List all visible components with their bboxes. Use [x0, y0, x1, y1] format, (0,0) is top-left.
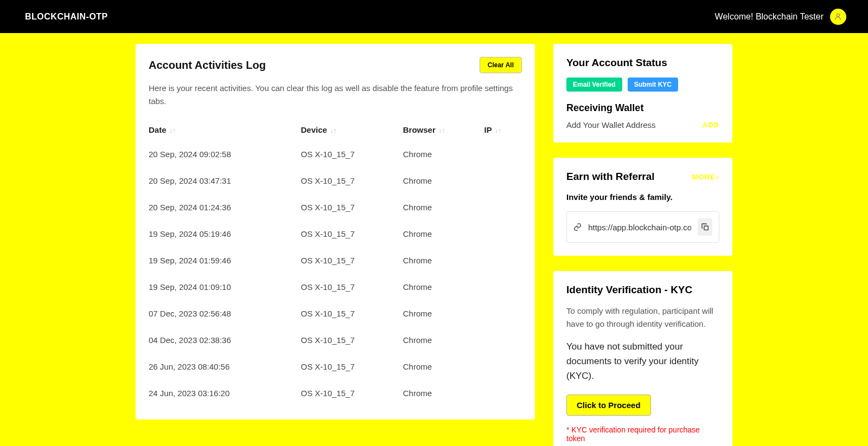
kyc-description: To comply with regulation, participant w… [566, 305, 719, 331]
user-area: Welcome! Blockchain Tester [715, 9, 846, 25]
account-status-card: Your Account Status Email Verified Submi… [553, 44, 732, 143]
cell-browser: Chrome [403, 194, 484, 221]
cell-device: OS X-10_15_7 [301, 141, 403, 167]
cell-browser: Chrome [403, 167, 484, 194]
cell-device: OS X-10_15_7 [301, 380, 403, 406]
more-label: MORE [692, 173, 716, 181]
svg-point-0 [837, 14, 839, 16]
activities-table: Date ↓↑ Device ↓↑ Browser ↓↑ IP ↓↑ 20 Se… [149, 119, 522, 406]
user-icon [834, 12, 843, 21]
submit-kyc-badge[interactable]: Submit KYC [628, 77, 678, 92]
cell-device: OS X-10_15_7 [301, 353, 403, 380]
cell-device: OS X-10_15_7 [301, 167, 403, 194]
kyc-title: Identity Verification - KYC [566, 284, 719, 296]
referral-url-field [566, 211, 719, 243]
account-status-title: Your Account Status [566, 57, 719, 69]
cell-date: 07 Dec, 2023 02:56:48 [149, 300, 301, 327]
cell-device: OS X-10_15_7 [301, 300, 403, 327]
invite-text: Invite your friends & family. [566, 192, 719, 202]
table-row: 07 Dec, 2023 02:56:48OS X-10_15_7Chrome [149, 300, 522, 327]
receiving-wallet-title: Receiving Wallet [566, 102, 719, 114]
cell-date: 19 Sep, 2024 01:09:10 [149, 274, 301, 300]
cell-browser: Chrome [403, 247, 484, 274]
kyc-status-text: You have not submitted your documents to… [566, 339, 719, 384]
more-link[interactable]: MORE › [692, 173, 719, 181]
sort-icon: ↓↑ [168, 127, 176, 134]
sort-icon: ↓↑ [328, 127, 336, 134]
cell-device: OS X-10_15_7 [301, 221, 403, 247]
activities-card: Account Activities Log Clear All Here is… [136, 44, 535, 419]
cell-device: OS X-10_15_7 [301, 247, 403, 274]
table-row: 19 Sep, 2024 05:19:46OS X-10_15_7Chrome [149, 221, 522, 247]
col-browser[interactable]: Browser ↓↑ [403, 119, 484, 141]
referral-title: Earn with Referral [566, 171, 655, 183]
cell-ip [484, 353, 522, 380]
cell-ip [484, 194, 522, 221]
cell-device: OS X-10_15_7 [301, 327, 403, 353]
top-navbar: BLOCKCHAIN-OTP Welcome! Blockchain Teste… [0, 0, 868, 33]
kyc-note: * KYC verification required for purchase… [566, 425, 719, 443]
welcome-text: Welcome! Blockchain Tester [715, 12, 824, 22]
kyc-card: Identity Verification - KYC To comply wi… [553, 271, 732, 446]
activities-title: Account Activities Log [149, 59, 266, 72]
cell-ip [484, 380, 522, 406]
cell-browser: Chrome [403, 327, 484, 353]
referral-card: Earn with Referral MORE › Invite your fr… [553, 158, 732, 256]
chevron-right-icon: › [717, 173, 719, 181]
table-row: 20 Sep, 2024 01:24:36OS X-10_15_7Chrome [149, 194, 522, 221]
cell-device: OS X-10_15_7 [301, 194, 403, 221]
cell-ip [484, 247, 522, 274]
cell-ip [484, 221, 522, 247]
table-row: 04 Dec, 2023 02:38:36OS X-10_15_7Chrome [149, 327, 522, 353]
cell-browser: Chrome [403, 300, 484, 327]
add-wallet-link[interactable]: ADD [703, 121, 719, 129]
cell-ip [484, 141, 522, 167]
sort-icon: ↓↑ [493, 127, 501, 134]
cell-date: 04 Dec, 2023 02:38:36 [149, 327, 301, 353]
cell-browser: Chrome [403, 221, 484, 247]
cell-date: 19 Sep, 2024 01:59:46 [149, 247, 301, 274]
table-row: 19 Sep, 2024 01:09:10OS X-10_15_7Chrome [149, 274, 522, 300]
referral-url-input[interactable] [588, 223, 691, 232]
brand-logo[interactable]: BLOCKCHAIN-OTP [22, 10, 111, 24]
cell-date: 20 Sep, 2024 03:47:31 [149, 167, 301, 194]
cell-date: 24 Jun, 2023 03:16:20 [149, 380, 301, 406]
proceed-button[interactable]: Click to Proceed [566, 395, 651, 416]
table-row: 19 Sep, 2024 01:59:46OS X-10_15_7Chrome [149, 247, 522, 274]
table-row: 24 Jun, 2023 03:16:20OS X-10_15_7Chrome [149, 380, 522, 406]
table-row: 26 Jun, 2023 08:40:56OS X-10_15_7Chrome [149, 353, 522, 380]
cell-browser: Chrome [403, 380, 484, 406]
svg-rect-1 [704, 226, 708, 230]
cell-date: 20 Sep, 2024 01:24:36 [149, 194, 301, 221]
cell-browser: Chrome [403, 141, 484, 167]
copy-button[interactable] [698, 218, 712, 236]
cell-browser: Chrome [403, 353, 484, 380]
user-avatar[interactable] [830, 9, 846, 25]
copy-icon [701, 223, 710, 231]
cell-date: 20 Sep, 2024 09:02:58 [149, 141, 301, 167]
email-verified-badge[interactable]: Email Verified [566, 77, 622, 92]
cell-browser: Chrome [403, 274, 484, 300]
link-icon [573, 222, 582, 232]
sort-icon: ↓↑ [437, 127, 445, 134]
cell-ip [484, 327, 522, 353]
clear-all-button[interactable]: Clear All [480, 57, 522, 73]
cell-device: OS X-10_15_7 [301, 274, 403, 300]
col-ip[interactable]: IP ↓↑ [484, 119, 522, 141]
col-device[interactable]: Device ↓↑ [301, 119, 403, 141]
wallet-placeholder-text: Add Your Wallet Address [566, 120, 656, 130]
table-row: 20 Sep, 2024 09:02:58OS X-10_15_7Chrome [149, 141, 522, 167]
cell-date: 19 Sep, 2024 05:19:46 [149, 221, 301, 247]
activities-subtitle: Here is your recent activities. You can … [149, 82, 522, 108]
table-row: 20 Sep, 2024 03:47:31OS X-10_15_7Chrome [149, 167, 522, 194]
cell-ip [484, 167, 522, 194]
cell-date: 26 Jun, 2023 08:40:56 [149, 353, 301, 380]
col-date[interactable]: Date ↓↑ [149, 119, 301, 141]
cell-ip [484, 300, 522, 327]
cell-ip [484, 274, 522, 300]
